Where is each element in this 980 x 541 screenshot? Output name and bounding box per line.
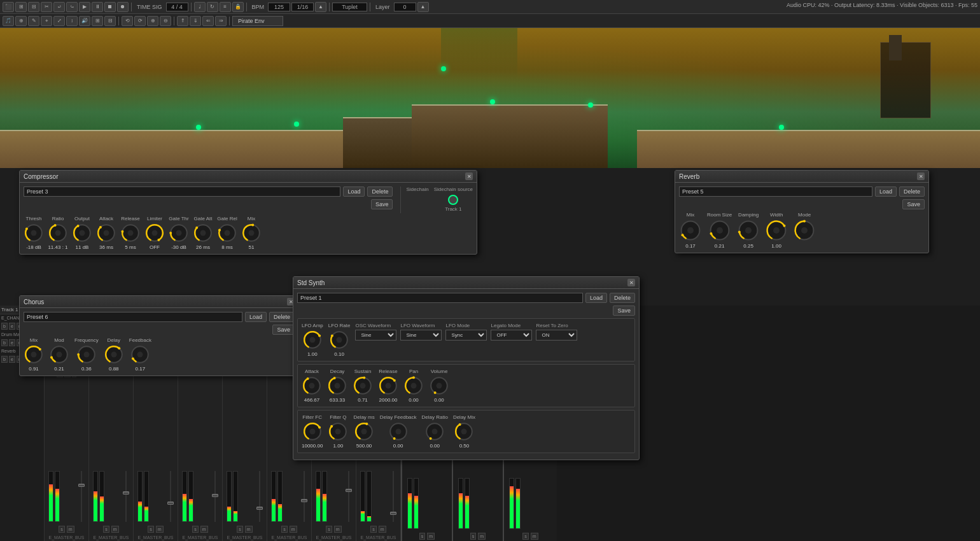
ch-fader-track-0[interactable]	[78, 471, 85, 522]
knob-svg-feedback[interactable]	[130, 344, 150, 365]
ch-mute-1[interactable]: m	[111, 526, 119, 533]
chorus-preset-input[interactable]	[24, 312, 242, 322]
knob-lfo-amp[interactable]: LFO Amp 1.00	[302, 323, 323, 357]
knob-delay-ms[interactable]: Delay ms 500.00	[353, 414, 374, 449]
grp-solo-1[interactable]: s	[470, 533, 477, 540]
compressor-save-btn[interactable]: Save	[371, 199, 393, 209]
loop-btn[interactable]: ↻	[207, 2, 218, 12]
chorus-titlebar[interactable]: Chorus ✕	[20, 296, 298, 308]
tb2-btn-2[interactable]: ⊕	[15, 16, 27, 26]
compressor-delete-btn[interactable]: Delete	[367, 186, 393, 197]
osc-waveform-select[interactable]: Sine	[355, 330, 396, 341]
knob-svg-mix[interactable]	[679, 219, 702, 242]
knob-ratio[interactable]: Ratio 11.43 : 1	[48, 216, 68, 250]
reset-select[interactable]: ON	[536, 330, 577, 341]
ch-fader-track-4[interactable]	[256, 471, 263, 522]
tb2-btn-9[interactable]: ⊟	[104, 16, 116, 26]
ch-solo-0[interactable]: s	[59, 526, 65, 533]
lfo-waveform-select[interactable]: Sine	[400, 330, 442, 341]
knob-svg-release[interactable]	[378, 376, 398, 396]
fader-handle-3[interactable]	[212, 494, 218, 497]
knob-attack[interactable]: Attack 466.67	[302, 369, 322, 403]
chorus-save-btn[interactable]: Save	[272, 325, 295, 335]
ch-mute-5[interactable]: m	[290, 526, 297, 533]
fader-handle-5[interactable]	[301, 499, 307, 502]
toolbar-btn-7[interactable]: ▶	[79, 2, 90, 12]
toolbar-btn-2[interactable]: ⊞	[15, 2, 27, 12]
ch-fader-track-6[interactable]	[346, 471, 352, 522]
synth-close-btn[interactable]: ✕	[627, 279, 635, 286]
tb2-btn-17[interactable]: ⇒	[215, 16, 227, 26]
knob-svg-width[interactable]	[765, 219, 788, 242]
knob-mix[interactable]: Mix 0.91	[24, 337, 44, 372]
knob-filter-fc[interactable]: Filter FC 10000.00	[302, 414, 323, 449]
knob-delay-ratio[interactable]: Delay Ratio 0.00	[422, 414, 448, 449]
knob-attack[interactable]: Attack 36 ms	[96, 216, 116, 250]
knob-delay[interactable]: Delay 0.88	[104, 337, 124, 372]
tb2-btn-11[interactable]: ⟳	[134, 16, 146, 26]
chorus-load-btn[interactable]: Load	[245, 312, 267, 322]
metronome-btn[interactable]: ♩	[194, 2, 206, 12]
toolbar-btn-3[interactable]: ⊟	[28, 2, 39, 12]
knob-mix[interactable]: Mix 0.17	[679, 212, 702, 249]
tb2-btn-15[interactable]: ⇓	[190, 16, 201, 26]
knob-volume[interactable]: Volume 0.00	[429, 369, 449, 403]
knob-svg-delay-ms[interactable]	[354, 421, 374, 442]
tb2-btn-12[interactable]: ⊕	[147, 16, 158, 26]
knob-gate-att[interactable]: Gate Att 26 ms	[193, 216, 213, 250]
tb2-btn-7[interactable]: 🔊	[79, 16, 90, 26]
knob-svg-lfo-amp[interactable]	[302, 330, 323, 350]
quantize-btn[interactable]: ≡	[220, 2, 231, 12]
knob-svg-delay-ratio[interactable]	[424, 421, 445, 442]
toolbar-btn-4[interactable]: ✂	[41, 2, 52, 12]
ch-solo-7[interactable]: s	[370, 526, 377, 533]
knob-svg-mix[interactable]	[24, 344, 44, 365]
tuplet-value[interactable]: Tuplet	[332, 3, 367, 11]
reverb-save-btn[interactable]: Save	[902, 199, 925, 209]
knob-delay-mix[interactable]: Delay Mix 0.50	[453, 414, 475, 449]
knob-svg-delay[interactable]	[104, 344, 124, 365]
knob-thresh[interactable]: Thresh -18 dB	[24, 216, 44, 250]
fader-handle-2[interactable]	[167, 502, 174, 505]
tb2-btn-3[interactable]: ✎	[28, 16, 39, 26]
compressor-preset-input[interactable]	[24, 186, 340, 197]
ch-mute-0[interactable]: m	[67, 526, 74, 533]
knob-room-size[interactable]: Room Size 0.21	[707, 212, 732, 249]
grp-solo-0[interactable]: s	[419, 533, 426, 540]
knob-gate-rel[interactable]: Gate Rel 8 ms	[217, 216, 237, 250]
ch-solo-3[interactable]: s	[192, 526, 199, 533]
knob-svg-delay-mix[interactable]	[454, 421, 474, 442]
tb2-btn-1[interactable]: 🎵	[3, 16, 14, 26]
reverb-close-btn[interactable]: ✕	[917, 172, 925, 180]
knob-sustain[interactable]: Sustain 0.71	[353, 369, 373, 403]
knob-lfo-rate[interactable]: LFO Rate 0.10	[328, 323, 351, 357]
btn-b[interactable]: b	[1, 323, 8, 330]
knob-feedback[interactable]: Feedback 0.17	[129, 337, 151, 372]
ch-solo-4[interactable]: s	[237, 526, 243, 533]
tb2-btn-13[interactable]: ⊖	[160, 16, 171, 26]
fader-handle-7[interactable]	[390, 512, 396, 515]
knob-limiter[interactable]: Limiter OFF	[144, 216, 165, 250]
chorus-delete-btn[interactable]: Delete	[269, 312, 295, 322]
timesig-value[interactable]: 4 / 4	[166, 3, 188, 11]
knob-svg-attack[interactable]	[96, 223, 116, 243]
knob-svg-delay-feedback[interactable]	[388, 421, 409, 442]
ch-solo-1[interactable]: s	[103, 526, 109, 533]
knob-svg-ratio[interactable]	[48, 223, 68, 243]
ch-fader-track-3[interactable]	[212, 471, 218, 522]
synth-load-btn[interactable]: Load	[585, 293, 607, 303]
fader-handle-4[interactable]	[256, 507, 263, 510]
lfo-mode-select[interactable]: Sync	[445, 330, 487, 341]
knob-svg-gate-att[interactable]	[193, 223, 213, 243]
knob-svg-damping[interactable]	[737, 219, 760, 242]
env-preset-display[interactable]: Pirate Env	[232, 16, 283, 26]
ch-mute-2[interactable]: m	[156, 526, 164, 533]
compressor-close-btn[interactable]: ✕	[465, 172, 473, 180]
tb2-btn-5[interactable]: ⤢	[53, 16, 65, 26]
ch-fader-track-1[interactable]	[123, 471, 129, 522]
toolbar-btn-1[interactable]: ⬛	[3, 2, 14, 12]
fader-handle-0[interactable]	[78, 484, 85, 487]
ch-fader-track-5[interactable]	[301, 471, 307, 522]
reverb-titlebar[interactable]: Reverb ✕	[675, 171, 928, 183]
ch-solo-6[interactable]: s	[326, 526, 332, 533]
